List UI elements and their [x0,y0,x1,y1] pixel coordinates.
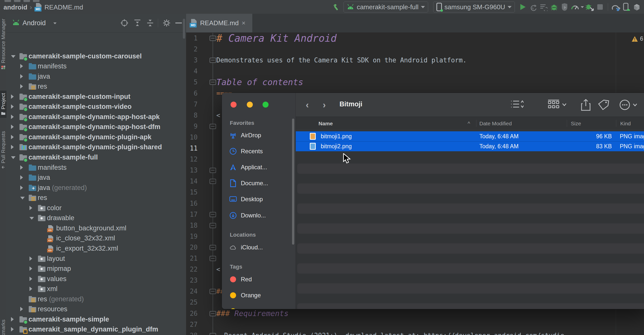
window-close-button[interactable] [230,102,236,108]
tree-row[interactable]: values [6,274,186,284]
tree-row[interactable]: color [6,203,186,213]
tree-row[interactable]: layout [6,254,186,264]
run-button[interactable] [517,2,528,12]
stripe-bookmarks[interactable]: Bookmarks [0,320,6,335]
sidebar-tag-yellow[interactable]: Yellow [222,306,296,309]
chevron-right-icon[interactable] [30,256,32,261]
toolbar-cropped-icon[interactable] [14,0,20,2]
tree-row[interactable]: java (generated) [6,183,186,193]
file-row-bitmoji2-png[interactable]: bitmoji2.pngToday, 6:48 AM83 KBPNG image [296,141,644,151]
view-mode-icon[interactable] [510,99,524,110]
chevron-right-icon[interactable] [30,277,32,281]
fold-marker-icon[interactable] [210,289,216,294]
fold-marker-icon[interactable] [210,179,216,184]
more-options-icon[interactable] [619,99,638,111]
chevron-right-icon[interactable] [20,165,23,170]
tree-row[interactable]: java [6,172,186,183]
tree-row[interactable]: camerakit-sample-full [6,152,186,163]
chevron-right-icon[interactable] [30,266,32,271]
expand-all-icon[interactable] [133,19,142,27]
window-minimize-button[interactable] [247,102,253,108]
chevron-right-icon[interactable] [11,327,14,332]
group-by-icon[interactable] [548,99,567,110]
settings-gear-icon[interactable] [162,19,171,27]
tree-row[interactable]: camerakit-sample-custom-video [6,102,186,112]
tree-row[interactable]: camerakit-sample-simple [6,314,186,325]
stripe-project[interactable]: Project [0,91,6,118]
sort-ascending-icon[interactable]: ^ [468,121,470,127]
tree-row[interactable]: <>button_background.xml [6,223,186,233]
tab-readme[interactable]: MD README.md × [186,14,252,32]
fold-marker-icon[interactable] [210,223,216,228]
fold-marker-icon[interactable] [210,80,216,85]
sidebar-item-downlo-[interactable]: Downlo... [222,210,296,221]
chevron-right-icon[interactable] [11,104,14,109]
fold-marker-icon[interactable] [210,124,216,129]
tree-row[interactable]: camerakit-sample-dynamic-plugin-shared [6,142,186,152]
device-manager-button[interactable] [621,2,632,12]
sidebar-item-docume-[interactable]: Docume... [222,178,296,188]
tree-row[interactable]: resources [6,304,186,314]
column-header-kind[interactable]: Kind [620,121,631,127]
profiler-chevron-icon[interactable] [581,6,584,8]
tree-row[interactable]: manifests [6,61,186,71]
profile-button[interactable] [559,2,570,12]
chevron-right-icon[interactable] [11,94,14,99]
chevron-down-icon[interactable] [20,197,25,199]
tree-row[interactable]: camerakit_sample_dynamic_plugin_dfm [6,324,186,335]
fold-marker-icon[interactable] [210,311,216,316]
tree-row[interactable]: camerakit-sample-custom-carousel [6,51,186,61]
column-header-name[interactable]: Name [318,121,333,127]
device-select[interactable]: samsung SM-G960U [433,1,515,12]
chevron-right-icon[interactable] [20,307,23,311]
fold-marker-icon[interactable] [210,245,216,250]
fold-marker-icon[interactable] [210,36,216,41]
hide-panel-icon[interactable] [175,22,182,23]
stripe-resource-manager[interactable]: Resource Manager [0,19,6,69]
panel-scrollbar[interactable] [183,19,185,39]
chevron-down-icon[interactable] [30,217,34,220]
column-header-size[interactable]: Size [571,121,581,127]
sidebar-item-applicat-[interactable]: Applicat... [222,162,296,172]
tree-row[interactable]: <>ic_close_32x32.xml [6,233,186,243]
sidebar-tag-red[interactable]: Red [222,274,296,285]
chevron-right-icon[interactable] [11,317,14,322]
stripe-pull-requests[interactable]: Pull Requests [0,131,6,169]
tree-row[interactable]: java [6,71,186,82]
sidebar-item-icloud[interactable]: iCloud... [222,242,296,253]
run-configuration-select[interactable]: camerakit-sample-full [344,1,428,12]
toolbar-cropped-icon[interactable] [33,0,40,2]
chevron-right-icon[interactable] [11,115,14,119]
tree-row[interactable]: mipmap [6,264,186,274]
sidebar-tag-orange[interactable]: Orange [222,290,296,301]
stop-button[interactable] [595,2,605,12]
tree-row[interactable]: camerakit-sample-custom-input [6,92,186,102]
project-view-selector[interactable]: Android [22,19,46,27]
chevron-down-icon[interactable] [11,55,16,58]
chevron-right-icon[interactable] [20,84,23,89]
collapse-all-icon[interactable] [146,19,154,27]
fold-marker-icon[interactable] [210,168,216,173]
debug-button[interactable] [549,2,559,12]
attach-debugger-button[interactable] [584,2,595,12]
sidebar-item-recents[interactable]: Recents [222,146,296,157]
breadcrumb-file[interactable]: README.md [44,3,83,11]
fold-marker-icon[interactable] [210,256,216,261]
fold-marker-icon[interactable] [210,212,216,217]
chevron-right-icon[interactable] [11,135,14,139]
forward-button[interactable]: › [323,100,326,110]
share-icon[interactable] [580,99,591,111]
chevron-right-icon[interactable] [11,145,14,149]
sidebar-item-airdrop[interactable]: AirDrop [222,130,296,141]
build-hammer-icon[interactable] [330,2,341,12]
window-zoom-button[interactable] [262,102,268,108]
column-divider[interactable] [476,120,476,127]
tree-row[interactable]: xml [6,284,186,294]
tree-row[interactable]: res [6,81,186,92]
gradle-sync-button[interactable] [610,2,621,12]
apply-changes-button[interactable]: A [528,2,538,12]
sidebar-item-desktop[interactable]: Desktop [222,194,296,204]
chevron-right-icon[interactable] [20,64,23,68]
chevron-right-icon[interactable] [20,175,23,180]
tab-close-icon[interactable]: × [242,19,246,27]
